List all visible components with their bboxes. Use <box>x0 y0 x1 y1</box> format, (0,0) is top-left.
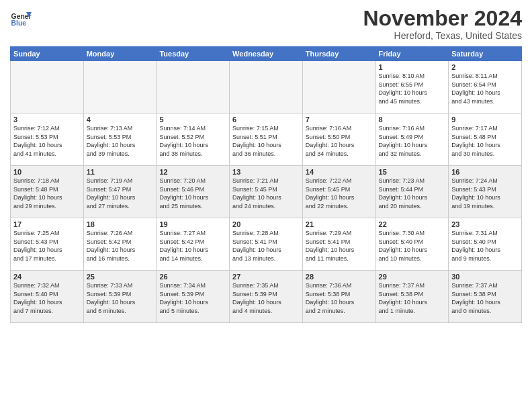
calendar-cell: 29Sunrise: 7:37 AM Sunset: 5:38 PM Dayli… <box>375 271 449 323</box>
day-number: 20 <box>232 220 300 228</box>
day-number: 18 <box>87 220 154 228</box>
week-row-2: 3Sunrise: 7:12 AM Sunset: 5:53 PM Daylig… <box>11 113 522 166</box>
calendar-cell: 26Sunrise: 7:34 AM Sunset: 5:39 PM Dayli… <box>157 271 230 323</box>
day-number: 3 <box>13 116 81 124</box>
day-info: Sunrise: 7:23 AM Sunset: 5:44 PM Dayligh… <box>379 177 446 210</box>
week-row-3: 10Sunrise: 7:18 AM Sunset: 5:48 PM Dayli… <box>11 166 522 218</box>
day-number: 8 <box>379 116 446 124</box>
calendar-cell: 13Sunrise: 7:21 AM Sunset: 5:45 PM Dayli… <box>230 166 303 218</box>
day-number: 12 <box>159 168 226 176</box>
calendar-cell: 25Sunrise: 7:33 AM Sunset: 5:39 PM Dayli… <box>83 271 157 323</box>
day-number: 9 <box>451 116 519 124</box>
day-info: Sunrise: 7:14 AM Sunset: 5:52 PM Dayligh… <box>159 124 226 158</box>
calendar-table: Sunday Monday Tuesday Wednesday Thursday… <box>10 46 522 323</box>
calendar-cell: 10Sunrise: 7:18 AM Sunset: 5:48 PM Dayli… <box>11 166 84 218</box>
calendar-cell: 14Sunrise: 7:22 AM Sunset: 5:45 PM Dayli… <box>302 166 375 218</box>
logo: General Blue <box>10 9 34 31</box>
day-number: 4 <box>87 116 154 124</box>
calendar-cell: 28Sunrise: 7:36 AM Sunset: 5:38 PM Dayli… <box>302 271 375 323</box>
day-number: 17 <box>13 220 81 228</box>
calendar-cell: 3Sunrise: 7:12 AM Sunset: 5:53 PM Daylig… <box>11 113 84 166</box>
day-info: Sunrise: 7:27 AM Sunset: 5:42 PM Dayligh… <box>159 229 226 263</box>
day-number: 14 <box>306 168 373 176</box>
calendar-cell: 19Sunrise: 7:27 AM Sunset: 5:42 PM Dayli… <box>157 218 230 271</box>
calendar-cell: 17Sunrise: 7:25 AM Sunset: 5:43 PM Dayli… <box>11 218 84 271</box>
day-number: 29 <box>379 273 446 281</box>
day-info: Sunrise: 7:24 AM Sunset: 5:43 PM Dayligh… <box>451 177 519 210</box>
calendar-cell: 4Sunrise: 7:13 AM Sunset: 5:53 PM Daylig… <box>83 113 157 166</box>
day-number: 27 <box>232 273 300 281</box>
header-saturday: Saturday <box>449 47 522 61</box>
day-number: 5 <box>159 116 226 124</box>
day-info: Sunrise: 7:35 AM Sunset: 5:39 PM Dayligh… <box>232 281 300 315</box>
day-number: 22 <box>379 220 446 228</box>
calendar-cell: 20Sunrise: 7:28 AM Sunset: 5:41 PM Dayli… <box>230 218 303 271</box>
day-info: Sunrise: 7:16 AM Sunset: 5:50 PM Dayligh… <box>306 124 373 158</box>
day-info: Sunrise: 7:30 AM Sunset: 5:40 PM Dayligh… <box>379 229 446 263</box>
day-info: Sunrise: 7:28 AM Sunset: 5:41 PM Dayligh… <box>232 229 300 263</box>
day-info: Sunrise: 7:32 AM Sunset: 5:40 PM Dayligh… <box>13 281 81 315</box>
day-number: 11 <box>87 168 154 176</box>
day-number: 7 <box>306 116 373 124</box>
main-container: General Blue November 2024 Hereford, Tex… <box>0 0 532 326</box>
calendar-cell: 22Sunrise: 7:30 AM Sunset: 5:40 PM Dayli… <box>375 218 449 271</box>
day-info: Sunrise: 7:31 AM Sunset: 5:40 PM Dayligh… <box>451 229 519 263</box>
day-number: 25 <box>87 273 154 281</box>
header-row: Sunday Monday Tuesday Wednesday Thursday… <box>11 47 522 61</box>
calendar-cell <box>157 61 230 113</box>
calendar-cell <box>11 61 84 113</box>
day-info: Sunrise: 7:19 AM Sunset: 5:47 PM Dayligh… <box>87 177 154 210</box>
day-info: Sunrise: 7:22 AM Sunset: 5:45 PM Dayligh… <box>306 177 373 210</box>
day-number: 19 <box>159 220 226 228</box>
day-info: Sunrise: 7:17 AM Sunset: 5:48 PM Dayligh… <box>451 124 519 158</box>
day-info: Sunrise: 7:34 AM Sunset: 5:39 PM Dayligh… <box>159 281 226 315</box>
week-row-4: 17Sunrise: 7:25 AM Sunset: 5:43 PM Dayli… <box>11 218 522 271</box>
day-info: Sunrise: 7:36 AM Sunset: 5:38 PM Dayligh… <box>306 281 373 315</box>
header-tuesday: Tuesday <box>157 47 230 61</box>
calendar-cell: 30Sunrise: 7:37 AM Sunset: 5:38 PM Dayli… <box>449 271 522 323</box>
calendar-cell <box>302 61 375 113</box>
location: Hereford, Texas, United States <box>363 30 522 41</box>
calendar-cell: 16Sunrise: 7:24 AM Sunset: 5:43 PM Dayli… <box>449 166 522 218</box>
day-number: 28 <box>306 273 373 281</box>
page-header: General Blue November 2024 Hereford, Tex… <box>10 7 522 41</box>
calendar-cell: 1Sunrise: 8:10 AM Sunset: 6:55 PM Daylig… <box>375 61 449 113</box>
day-info: Sunrise: 7:20 AM Sunset: 5:46 PM Dayligh… <box>159 177 226 210</box>
day-info: Sunrise: 7:29 AM Sunset: 5:41 PM Dayligh… <box>306 229 373 263</box>
calendar-cell: 9Sunrise: 7:17 AM Sunset: 5:48 PM Daylig… <box>449 113 522 166</box>
day-number: 15 <box>379 168 446 176</box>
day-number: 10 <box>13 168 81 176</box>
calendar-cell: 7Sunrise: 7:16 AM Sunset: 5:50 PM Daylig… <box>302 113 375 166</box>
calendar-cell: 5Sunrise: 7:14 AM Sunset: 5:52 PM Daylig… <box>157 113 230 166</box>
day-number: 2 <box>451 63 519 71</box>
day-number: 26 <box>159 273 226 281</box>
day-info: Sunrise: 7:33 AM Sunset: 5:39 PM Dayligh… <box>87 281 154 315</box>
month-title: November 2024 <box>363 7 522 30</box>
day-number: 23 <box>451 220 519 228</box>
header-thursday: Thursday <box>302 47 375 61</box>
header-sunday: Sunday <box>11 47 84 61</box>
calendar-cell: 23Sunrise: 7:31 AM Sunset: 5:40 PM Dayli… <box>449 218 522 271</box>
header-monday: Monday <box>83 47 157 61</box>
calendar-cell: 11Sunrise: 7:19 AM Sunset: 5:47 PM Dayli… <box>83 166 157 218</box>
day-number: 6 <box>232 116 300 124</box>
day-info: Sunrise: 8:11 AM Sunset: 6:54 PM Dayligh… <box>451 72 519 105</box>
calendar-cell: 12Sunrise: 7:20 AM Sunset: 5:46 PM Dayli… <box>157 166 230 218</box>
calendar-cell <box>83 61 157 113</box>
day-info: Sunrise: 7:26 AM Sunset: 5:42 PM Dayligh… <box>87 229 154 263</box>
calendar-cell: 2Sunrise: 8:11 AM Sunset: 6:54 PM Daylig… <box>449 61 522 113</box>
day-info: Sunrise: 7:18 AM Sunset: 5:48 PM Dayligh… <box>13 177 81 210</box>
day-info: Sunrise: 7:12 AM Sunset: 5:53 PM Dayligh… <box>13 124 81 158</box>
day-info: Sunrise: 7:15 AM Sunset: 5:51 PM Dayligh… <box>232 124 300 158</box>
calendar-cell: 15Sunrise: 7:23 AM Sunset: 5:44 PM Dayli… <box>375 166 449 218</box>
calendar-cell <box>230 61 303 113</box>
calendar-cell: 27Sunrise: 7:35 AM Sunset: 5:39 PM Dayli… <box>230 271 303 323</box>
calendar-cell: 21Sunrise: 7:29 AM Sunset: 5:41 PM Dayli… <box>302 218 375 271</box>
header-friday: Friday <box>375 47 449 61</box>
calendar-cell: 18Sunrise: 7:26 AM Sunset: 5:42 PM Dayli… <box>83 218 157 271</box>
calendar-cell: 24Sunrise: 7:32 AM Sunset: 5:40 PM Dayli… <box>11 271 84 323</box>
header-wednesday: Wednesday <box>230 47 303 61</box>
week-row-5: 24Sunrise: 7:32 AM Sunset: 5:40 PM Dayli… <box>11 271 522 323</box>
day-info: Sunrise: 7:21 AM Sunset: 5:45 PM Dayligh… <box>232 177 300 210</box>
day-info: Sunrise: 8:10 AM Sunset: 6:55 PM Dayligh… <box>379 72 446 105</box>
